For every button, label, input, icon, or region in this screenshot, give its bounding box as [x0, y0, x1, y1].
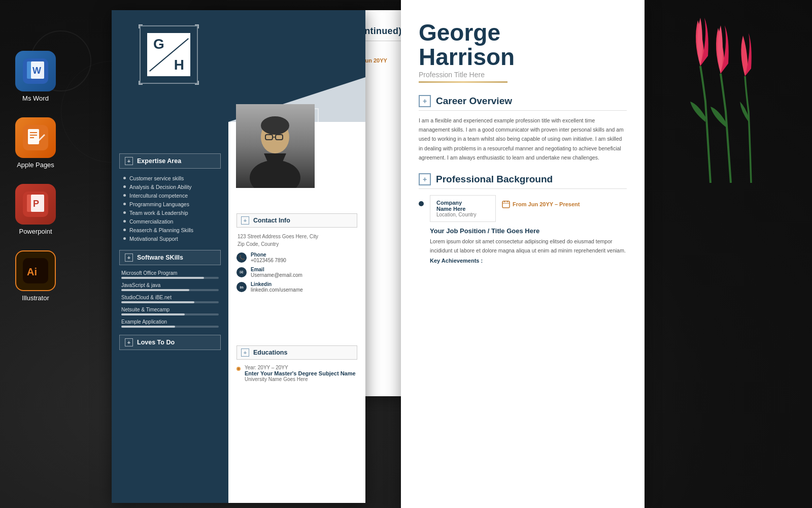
job-description: Lorem ipsum dolor sit amet consectetur a… — [430, 237, 627, 255]
job-title: Your Job Position / Title Goes Here — [430, 227, 627, 235]
linkedin-label: Linkedin — [251, 281, 303, 287]
app-icons-sidebar: W Ms Word Apple Pages P P — [15, 51, 56, 302]
resume-page-front: G H — [112, 10, 365, 503]
skill-item: StudioCloud & iBE.net — [121, 295, 219, 303]
skill-name: Netsuite & Timecamp — [121, 307, 219, 312]
profbg-header: + Professional Background — [419, 173, 627, 185]
monogram-inner: G H — [147, 33, 190, 76]
linkedin-icon: in — [236, 282, 247, 292]
svg-text:Ai: Ai — [27, 266, 37, 277]
app-icon-word[interactable]: W Ms Word — [15, 51, 56, 102]
list-item: Programming Languages — [123, 200, 221, 208]
name-underline — [419, 81, 507, 83]
skill-name: StudioCloud & iBE.net — [121, 295, 219, 300]
profession-title: Profession Title Here — [419, 71, 627, 79]
edu-year: Year: 20YY – 20YY — [245, 365, 356, 370]
contact-plus: + — [241, 216, 249, 225]
svg-point-23 — [261, 116, 289, 135]
skill-item: Netsuite & Timecamp — [121, 307, 219, 315]
linkedin-value: linkedin.com/username — [251, 287, 303, 293]
contact-section: + Contact Info 123 Street Address Goes H… — [230, 208, 363, 301]
svg-text:W: W — [32, 66, 41, 76]
email-icon: ✉ — [236, 267, 247, 277]
person-photo — [236, 104, 315, 188]
career-plus: + — [419, 95, 431, 107]
phone-value: +0123456 7890 — [251, 258, 286, 263]
illustrator-label: Illustrator — [22, 294, 49, 302]
list-item: Analysis & Decision Ability — [123, 182, 221, 191]
software-title: Software SKills — [137, 254, 183, 261]
contact-header: + Contact Info — [236, 213, 357, 228]
skill-bars: Microsoft Office Program JavaScript & ja… — [119, 270, 221, 328]
list-item: Intercultural competence — [123, 191, 221, 200]
edu-school: University Name Goes Here — [245, 376, 356, 382]
loves-title: Loves To Do — [137, 339, 175, 346]
contact-title: Contact Info — [253, 217, 290, 224]
edu-degree: Enter Your Master's Degree Subject Name — [245, 370, 356, 376]
edu-item: Year: 20YY – 20YY Enter Your Master's De… — [236, 365, 357, 382]
company-name: CompanyName Here — [436, 200, 489, 212]
monogram-letter2: H — [174, 58, 184, 72]
skill-name: Microsoft Office Program — [121, 270, 219, 276]
pages-label: Apple Pages — [17, 161, 54, 169]
monogram-area: G H — [140, 25, 198, 84]
career-header: + Career Overview — [419, 95, 627, 107]
skill-name: Example Application — [121, 319, 219, 325]
contact-phone: 📞 Phone +0123456 7890 — [236, 252, 357, 263]
svg-rect-27 — [502, 201, 510, 208]
tulips-decoration — [619, 0, 812, 183]
app-icon-powerpoint[interactable]: P Powerpoint — [15, 184, 56, 235]
job-entry: CompanyName Here Location, Country From … — [419, 195, 627, 264]
profbg-divider — [419, 188, 627, 189]
expertise-plus: + — [125, 157, 133, 165]
skill-item: Example Application — [121, 319, 219, 328]
edu-dot — [236, 367, 241, 371]
job-header-row: CompanyName Here Location, Country From … — [430, 195, 627, 222]
job-date: From Jun 20YY – Present — [513, 201, 580, 207]
word-label: Ms Word — [22, 94, 49, 102]
education-section: + Educations Year: 20YY – 20YY Enter You… — [230, 340, 363, 387]
app-icon-illustrator[interactable]: Ai Illustrator — [15, 250, 56, 302]
skill-name: JavaScript & java — [121, 282, 219, 288]
key-achievements: Key Achievements : — [430, 258, 627, 264]
sidebar-content: + Expertise Area Customer service skills… — [112, 147, 228, 356]
list-item: Commercialization — [123, 217, 221, 226]
company-card: CompanyName Here Location, Country — [430, 195, 496, 222]
page-name: George Harrison — [419, 20, 627, 70]
photo-frame — [236, 104, 315, 188]
list-item: Customer service skills — [123, 174, 221, 182]
app-icon-pages[interactable]: Apple Pages — [15, 117, 56, 169]
monogram-letter1: G — [153, 37, 164, 51]
resume-page-main: George Harrison Profession Title Here + … — [401, 0, 645, 508]
phone-label: Phone — [251, 252, 286, 258]
software-skills-header: + Software SKills — [119, 250, 221, 265]
career-text: I am a flexible and experienced example … — [419, 116, 627, 163]
edu-header: + Educations — [236, 345, 357, 360]
skill-item: JavaScript & java — [121, 282, 219, 291]
email-value: Username@email.com — [251, 272, 302, 278]
job-date-area: From Jun 20YY – Present — [502, 200, 580, 208]
skill-item: Microsoft Office Program — [121, 270, 219, 279]
profbg-plus: + — [419, 173, 431, 185]
loves-plus: + — [125, 338, 133, 346]
software-plus: + — [125, 253, 133, 262]
list-item: Motivational Support — [123, 234, 221, 243]
contact-address: 123 Street Address Goes Here, CityZip Co… — [236, 233, 357, 248]
powerpoint-label: Powerpoint — [19, 228, 52, 235]
phone-icon: 📞 — [236, 252, 247, 263]
svg-rect-5 — [28, 129, 39, 144]
edu-plus: + — [241, 348, 249, 357]
list-item: Team work & Leadership — [123, 208, 221, 217]
job-bullet — [419, 201, 424, 206]
list-item: Reaserch & Planning Skills — [123, 226, 221, 234]
expertise-title: Expertise Area — [137, 157, 181, 165]
career-divider — [419, 110, 627, 111]
career-title: Career Overview — [436, 96, 512, 107]
company-location: Location, Country — [436, 212, 489, 217]
photo-area — [236, 104, 322, 196]
profbg-title: Professional Background — [436, 174, 553, 185]
contact-linkedin: in Linkedin linkedin.com/username — [236, 281, 357, 293]
expertise-header: + Expertise Area — [119, 153, 221, 169]
expertise-list: Customer service skills Analysis & Decis… — [119, 174, 221, 243]
loves-to-do-header: + Loves To Do — [119, 335, 221, 350]
